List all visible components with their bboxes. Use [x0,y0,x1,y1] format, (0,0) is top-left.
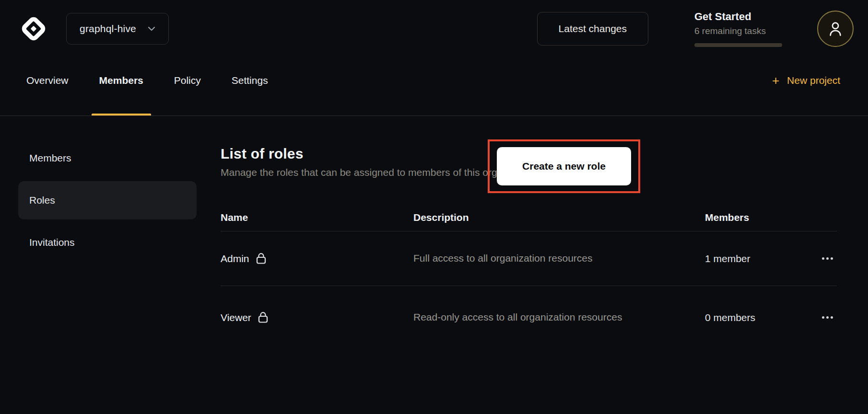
sidebar-item-invitations-label: Invitations [29,237,75,248]
tab-settings-label: Settings [232,75,268,86]
tab-members-label: Members [99,75,143,86]
tab-members[interactable]: Members [92,58,151,115]
sidebar-item-invitations[interactable]: Invitations [18,223,197,262]
top-bar: graphql-hive Latest changes Get Started … [0,0,868,58]
get-started-widget[interactable]: Get Started 6 remaining tasks [694,11,786,47]
get-started-title: Get Started [694,11,786,23]
column-header-members: Members [705,212,820,223]
ellipsis-dot [826,316,829,319]
get-started-progressbar [694,43,782,47]
ellipsis-dot [826,257,829,260]
tab-overview[interactable]: Overview [19,58,76,115]
row-menu-button[interactable] [820,253,835,264]
column-header-name: Name [221,212,413,223]
ellipsis-dot [822,257,824,260]
org-selector-label: graphql-hive [80,23,136,34]
sidebar-item-members-label: Members [29,152,71,164]
chevron-down-icon [148,26,155,31]
lock-icon [258,311,268,323]
sidebar-item-members[interactable]: Members [18,139,197,177]
tab-policy-label: Policy [174,75,201,86]
column-header-description: Description [413,212,705,223]
tab-settings[interactable]: Settings [224,58,276,115]
annotation-highlight: Create a new role [488,139,640,193]
latest-changes-button[interactable]: Latest changes [537,12,648,46]
role-member-count: 1 member [705,253,820,264]
hive-logo-icon [18,13,49,44]
create-role-button[interactable]: Create a new role [497,147,631,185]
org-selector[interactable]: graphql-hive [66,13,169,45]
ellipsis-dot [831,257,833,260]
members-sidebar: Members Roles Invitations [18,139,197,262]
members-page: Members Roles Invitations List of roles … [0,116,868,414]
ellipsis-dot [822,316,824,319]
role-description: Full access to all organization resource… [413,252,634,265]
new-project-label: New project [787,75,840,86]
table-row-viewer: Viewer Read-only access to all organizat… [221,286,837,349]
person-icon [827,20,844,37]
org-tabbar: Overview Members Policy Settings + New p… [0,58,868,116]
get-started-remaining: 6 remaining tasks [694,26,786,36]
ellipsis-dot [831,316,833,319]
role-description: Read-only access to all organization res… [413,310,634,324]
roles-table-header: Name Description Members [221,204,837,231]
new-project-button[interactable]: + New project [772,74,840,87]
sidebar-item-roles-label: Roles [29,195,55,206]
role-name: Viewer [221,312,251,323]
lock-icon [256,253,266,264]
sidebar-item-roles[interactable]: Roles [18,181,197,219]
role-name: Admin [221,253,249,264]
plus-icon: + [772,74,779,87]
role-member-count: 0 members [705,312,820,323]
roles-table: Name Description Members Admin Full acce… [221,204,837,349]
table-row-admin: Admin Full access to all organization re… [221,231,837,286]
tab-policy[interactable]: Policy [166,58,209,115]
user-avatar[interactable] [817,11,854,47]
tab-overview-label: Overview [26,75,69,86]
row-menu-button[interactable] [820,311,835,323]
